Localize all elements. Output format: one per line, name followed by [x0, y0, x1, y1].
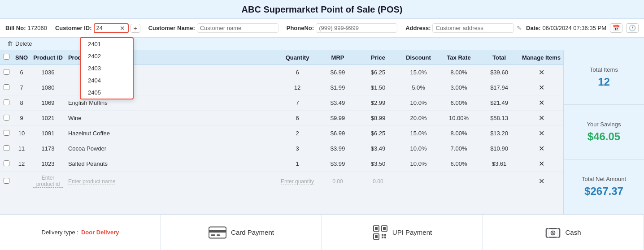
clear-customer-id-button[interactable]: ✕	[119, 25, 126, 32]
delivery-type-section: Delivery type : Door Delivery	[0, 215, 161, 250]
row-quantity: 3	[277, 141, 318, 156]
row-checkbox-1[interactable]	[4, 84, 9, 90]
remove-row-button[interactable]: ✕	[539, 114, 544, 122]
row-checkbox-0[interactable]	[4, 69, 9, 75]
card-payment-button[interactable]: Card Payment	[161, 215, 322, 250]
row-discount: 10.0%	[398, 141, 439, 156]
row-product-id: 1036	[30, 65, 65, 80]
svg-rect-13	[384, 237, 386, 238]
remove-row-button[interactable]: ✕	[539, 99, 544, 107]
row-price: $3.49	[358, 141, 398, 156]
total-items-label: Total Items	[590, 66, 618, 73]
col-quantity: Quantity	[277, 50, 318, 65]
row-checkbox-5[interactable]	[4, 145, 9, 151]
row-taxrate: 8.00%	[439, 65, 479, 80]
row-quantity: 7	[277, 95, 318, 111]
dropdown-item-2404[interactable]: 2404	[81, 74, 133, 86]
row-mrp: $3.99	[318, 141, 358, 156]
row-checkbox-4[interactable]	[4, 130, 9, 136]
svg-rect-12	[382, 237, 383, 238]
trash-icon: 🗑	[7, 40, 13, 47]
upi-payment-icon	[373, 225, 388, 240]
row-manage: ✕	[519, 126, 563, 141]
row-product-name: Cocoa Powder	[65, 141, 277, 156]
row-mrp: $6.99	[318, 65, 358, 80]
delivery-type-value: Door Delivery	[81, 229, 119, 236]
svg-rect-17	[557, 228, 559, 237]
row-taxrate: 3.00%	[439, 80, 479, 95]
date-group: Date: 06/03/2024 07:36:35 PM 📅 🕐	[526, 23, 639, 33]
calendar-button[interactable]: 📅	[610, 23, 622, 33]
row-quantity: 12	[277, 80, 318, 95]
row-checkbox-6[interactable]	[4, 160, 9, 166]
row-product-name: Hazelnut Coffee	[65, 126, 277, 141]
row-taxrate: 8.00%	[439, 126, 479, 141]
dropdown-item-2401[interactable]: 2401	[81, 38, 133, 50]
row-quantity: 1	[277, 156, 318, 172]
remove-row-button[interactable]: ✕	[539, 129, 544, 138]
footer: Delivery type : Door Delivery Card Payme…	[0, 214, 644, 250]
customer-name-input[interactable]	[197, 23, 278, 33]
customer-name-group: Customer Name:	[148, 23, 278, 33]
row-sno: 9	[13, 111, 30, 126]
row-manage: ✕	[519, 111, 563, 126]
row-checkbox-3[interactable]	[4, 115, 9, 121]
delete-button[interactable]: 🗑 Delete	[7, 40, 32, 47]
row-total: $17.94	[479, 80, 519, 95]
select-all-checkbox[interactable]	[4, 54, 9, 60]
row-quantity: 2	[277, 126, 318, 141]
delivery-label: Delivery type :	[42, 229, 78, 236]
remove-row-button[interactable]: ✕	[539, 83, 544, 92]
row-quantity: 6	[277, 65, 318, 80]
row-checkbox-2[interactable]	[4, 99, 9, 105]
row-mrp: $3.49	[318, 95, 358, 111]
remove-new-row-button[interactable]: ✕	[539, 177, 544, 185]
row-total: $58.13	[479, 111, 519, 126]
address-label: Address:	[405, 25, 431, 31]
app-title: ABC Supermarket Point of Sale (POS)	[242, 4, 403, 14]
remove-row-button[interactable]: ✕	[539, 144, 544, 153]
new-product-id-input[interactable]: Enter product id	[33, 175, 63, 188]
upi-payment-button[interactable]: UPI Payment	[322, 215, 483, 250]
row-total: $21.49	[479, 95, 519, 111]
top-bar: Bill No: 172060 Customer ID: ✕ + 2401 24…	[0, 19, 644, 38]
row-product-id: 1080	[30, 80, 65, 95]
cash-button[interactable]: $ Cash	[483, 215, 644, 250]
new-row: Enter product id Enter product name Ente…	[0, 172, 563, 191]
net-amount-label: Total Net Amount	[582, 176, 626, 182]
phone-group: PhoneNo:	[287, 23, 397, 33]
new-product-name-input[interactable]: Enter product name	[68, 178, 115, 185]
new-row-checkbox[interactable]	[4, 178, 9, 184]
customer-name-label: Customer Name:	[148, 25, 195, 31]
delete-label: Delete	[15, 40, 32, 47]
row-product-id: 1091	[30, 126, 65, 141]
card-payment-icon	[209, 226, 226, 239]
side-panel: Total Items 12 Your Savings $46.05 Total…	[563, 50, 644, 214]
new-quantity-input[interactable]: Enter quantity	[281, 178, 314, 185]
time-button[interactable]: 🕐	[626, 23, 639, 33]
row-manage: ✕	[519, 156, 563, 172]
remove-row-button[interactable]: ✕	[539, 68, 544, 77]
total-items-card: Total Items 12	[564, 50, 644, 105]
row-sno: 6	[13, 65, 30, 80]
col-price: Price	[358, 50, 398, 65]
customer-id-input[interactable]	[96, 25, 119, 31]
row-discount: 5.0%	[398, 80, 439, 95]
dropdown-item-2402[interactable]: 2402	[81, 50, 133, 62]
row-taxrate: 6.00%	[439, 95, 479, 111]
bill-no-value: 172060	[28, 25, 47, 31]
remove-row-button[interactable]: ✕	[539, 159, 544, 168]
row-total: $10.90	[479, 141, 519, 156]
phone-input[interactable]	[316, 23, 397, 33]
total-items-value: 12	[598, 76, 610, 88]
address-input[interactable]	[432, 23, 514, 33]
table-row: 12 1023 Salted Peanuts 1 $3.99 $3.50 10.…	[0, 156, 563, 172]
row-taxrate: 7.00%	[439, 141, 479, 156]
row-sno: 11	[13, 141, 30, 156]
add-customer-button[interactable]: +	[131, 24, 140, 33]
dropdown-item-2403[interactable]: 2403	[81, 62, 133, 74]
row-product-id: 1173	[30, 141, 65, 156]
row-price: $1.50	[358, 80, 398, 95]
row-discount: 10.0%	[398, 156, 439, 172]
dropdown-item-2405[interactable]: 2405	[81, 86, 133, 99]
